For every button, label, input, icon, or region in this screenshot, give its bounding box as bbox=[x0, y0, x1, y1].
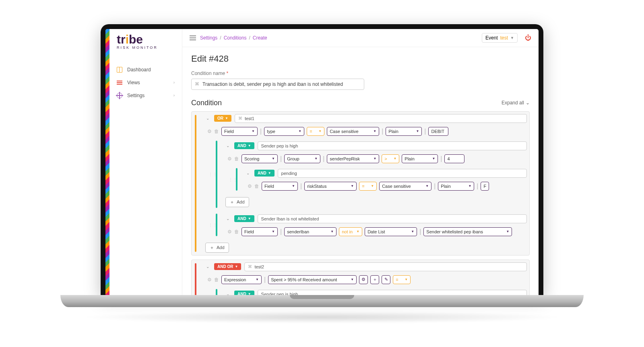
comparator-select[interactable]: =▼ bbox=[307, 127, 324, 136]
power-icon[interactable]: ⏻ bbox=[525, 34, 531, 42]
operator-pill-and[interactable]: AND ▼ bbox=[254, 170, 275, 177]
condition-block-and: ⋮⋮ ⌄ AND ▼ Sender pep is high ⚙🗑 Scoring… bbox=[214, 139, 529, 210]
delete-icon[interactable]: 🗑 bbox=[234, 156, 239, 162]
rule-row: ⚙🗑 Field▼ | senderIban▼ not in▼ Date Lis… bbox=[225, 226, 529, 238]
value-input[interactable]: DEBIT bbox=[428, 127, 448, 136]
settings-icon[interactable]: ⚙ bbox=[207, 129, 212, 134]
value-select[interactable]: Sender whitelisted pep ibans▼ bbox=[423, 227, 512, 236]
breadcrumb-item[interactable]: Conditions bbox=[224, 35, 247, 41]
operator-pill-andor[interactable]: AND OR ▼ bbox=[214, 263, 241, 270]
rule-row: ⚙🗑 Field▼ | type▼ =▼ Case sensitive▼ | P… bbox=[205, 125, 529, 137]
collapse-toggle[interactable]: ⌄ bbox=[245, 171, 251, 175]
format-select[interactable]: Plain▼ bbox=[438, 182, 474, 191]
chevron-right-icon: › bbox=[173, 80, 175, 85]
collapse-toggle[interactable]: ⌄ bbox=[225, 292, 231, 295]
field2-select[interactable]: senderPepRisk▼ bbox=[327, 154, 379, 163]
sidebar: tribe RISK MONITOR Dashboard Views › bbox=[109, 29, 182, 295]
event-value: test bbox=[500, 35, 508, 41]
block-name-input[interactable]: Sender pep is high bbox=[258, 290, 527, 295]
laptop-screen-frame: tribe RISK MONITOR Dashboard Views › bbox=[101, 24, 543, 295]
comparator-select[interactable]: >▼ bbox=[382, 154, 399, 163]
add-rule-button[interactable]: ＋ Add bbox=[225, 197, 249, 207]
sidebar-item-label: Settings bbox=[127, 93, 144, 98]
block-name-input[interactable]: Sender Iban is not whitelisted bbox=[258, 214, 527, 223]
field-select[interactable]: type▼ bbox=[264, 127, 304, 136]
mode-select[interactable]: Case sensitive▼ bbox=[327, 127, 379, 136]
format-select[interactable]: Plain▼ bbox=[402, 154, 438, 163]
add-mini-button[interactable]: ＋ bbox=[370, 275, 379, 284]
collapse-toggle[interactable]: ⌄ bbox=[204, 116, 211, 121]
comparator-select[interactable]: =▼ bbox=[359, 182, 377, 191]
block-name-input[interactable]: ⌘ test2 bbox=[244, 262, 527, 271]
source-select[interactable]: Expression▼ bbox=[221, 275, 262, 284]
sidebar-item-dashboard[interactable]: Dashboard bbox=[109, 63, 182, 76]
sidebar-item-label: Views bbox=[127, 80, 140, 85]
block-name-input[interactable]: ⌘ test1 bbox=[235, 114, 527, 123]
sidebar-item-settings[interactable]: Settings › bbox=[109, 89, 182, 102]
comparator-select[interactable]: not in▼ bbox=[339, 227, 362, 236]
delete-icon[interactable]: 🗑 bbox=[214, 277, 219, 283]
field-select[interactable]: Group▼ bbox=[284, 154, 320, 163]
collapse-toggle[interactable]: ⌄ bbox=[225, 143, 231, 148]
gear-icon bbox=[117, 93, 122, 98]
chevron-right-icon: › bbox=[173, 93, 175, 98]
add-rule-button[interactable]: ＋ Add bbox=[205, 243, 229, 253]
mode-select[interactable]: Case sensitive▼ bbox=[379, 182, 431, 191]
delete-icon[interactable]: 🗑 bbox=[234, 229, 239, 235]
breadcrumb-item[interactable]: Create bbox=[253, 35, 267, 41]
condition-block-andor: ⌄ AND OR ▼ ⌘ test2 ⚙🗑 Expression▼ | Spen… bbox=[191, 260, 530, 295]
drag-handle-icon[interactable]: ⋮⋮ bbox=[208, 222, 217, 227]
comparator-select[interactable]: =▼ bbox=[393, 275, 411, 284]
sidebar-item-views[interactable]: Views › bbox=[109, 76, 182, 89]
operator-pill-or[interactable]: OR ▼ bbox=[214, 115, 231, 122]
logo: tribe RISK MONITOR bbox=[109, 34, 182, 58]
block-name-input[interactable]: pending bbox=[278, 169, 527, 178]
block-header: ⌄ AND ▼ pending bbox=[242, 166, 529, 180]
collapse-toggle[interactable]: ⌄ bbox=[225, 216, 231, 221]
source-select[interactable]: Field▼ bbox=[221, 127, 258, 136]
expression-select[interactable]: Spent > 95% of Received amount▼ bbox=[268, 275, 357, 284]
expand-all-button[interactable]: Expand all ⌄ bbox=[502, 100, 530, 106]
drag-handle-icon[interactable]: ⋮⋮ bbox=[229, 177, 237, 181]
drag-handle-icon[interactable]: ⋮⋮ bbox=[208, 172, 217, 177]
page-title: Edit #428 bbox=[191, 54, 530, 64]
delete-icon[interactable]: 🗑 bbox=[254, 183, 259, 189]
block-bar bbox=[195, 115, 196, 252]
field-select[interactable]: riskStatus▼ bbox=[304, 182, 357, 191]
settings-icon[interactable]: ⚙ bbox=[248, 183, 252, 189]
menu-toggle[interactable] bbox=[190, 35, 196, 40]
rule-row: ⚙🗑 Field▼ | riskStatus▼ =▼ Case sensitiv… bbox=[246, 180, 529, 192]
breadcrumb-item[interactable]: Settings bbox=[200, 35, 217, 41]
format-select[interactable]: Plain▼ bbox=[386, 127, 422, 136]
collapse-toggle[interactable]: ⌄ bbox=[204, 264, 211, 269]
condition-section-head: Condition Expand all ⌄ bbox=[191, 99, 530, 107]
edit-mini-button[interactable]: ✎ bbox=[382, 275, 390, 284]
mode-select[interactable]: Date List▼ bbox=[365, 227, 417, 236]
laptop-shadow bbox=[80, 311, 564, 323]
value-input[interactable]: F bbox=[481, 182, 489, 191]
delete-icon[interactable]: 🗑 bbox=[214, 129, 219, 134]
breadcrumb-sep: / bbox=[249, 35, 250, 41]
condition-block-and: ⋮⋮ ⌄ AND ▼ Sender Iban is not whiteliste… bbox=[214, 212, 529, 238]
logo-subtitle: RISK MONITOR bbox=[117, 46, 175, 50]
event-label: Event bbox=[485, 35, 498, 41]
source-select[interactable]: Field▼ bbox=[242, 227, 278, 236]
settings-mini-button[interactable]: ⚙ bbox=[359, 275, 368, 284]
settings-icon[interactable]: ⚙ bbox=[227, 156, 232, 162]
field-select[interactable]: senderIban▼ bbox=[284, 227, 336, 236]
operator-pill-and[interactable]: AND ▼ bbox=[234, 215, 254, 222]
breadcrumb: Settings / Conditions / Create bbox=[200, 35, 267, 41]
operator-pill-and[interactable]: AND ▼ bbox=[234, 142, 254, 149]
source-select[interactable]: Field▼ bbox=[262, 182, 298, 191]
value-input[interactable]: 4 bbox=[444, 154, 464, 163]
condition-name-input[interactable]: ⌘ Transaction is debit, sender pep is hi… bbox=[191, 79, 364, 90]
source-select[interactable]: Scoring▼ bbox=[242, 154, 278, 163]
event-selector[interactable]: Event test ▼ bbox=[482, 33, 518, 43]
condition-block-and: ⋮⋮ ⌄ AND ▼ pending ⚙🗑 Field▼ | bbox=[234, 166, 529, 192]
rule-row: ⚙🗑 Scoring▼ | Group▼ | senderPepRisk▼ >▼… bbox=[225, 153, 529, 165]
settings-icon[interactable]: ⚙ bbox=[207, 277, 212, 283]
settings-icon[interactable]: ⚙ bbox=[227, 229, 232, 235]
laptop-base bbox=[60, 295, 584, 307]
operator-pill-and[interactable]: AND ▼ bbox=[234, 291, 254, 295]
block-name-input[interactable]: Sender pep is high bbox=[258, 141, 527, 150]
